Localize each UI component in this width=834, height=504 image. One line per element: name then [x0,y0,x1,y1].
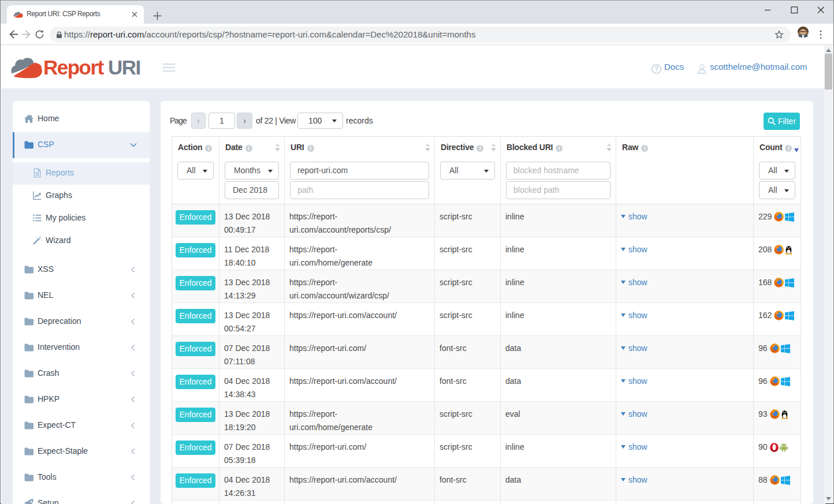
svg-text:?: ? [654,65,658,72]
